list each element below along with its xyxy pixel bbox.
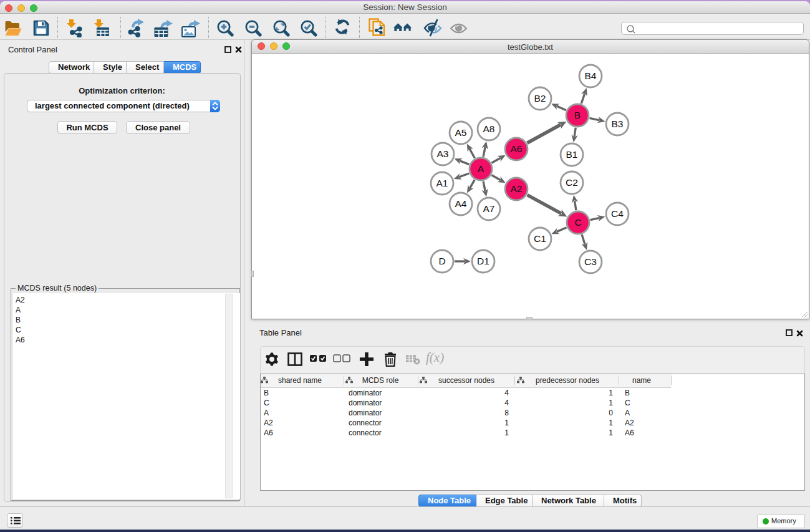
svg-text:B2: B2	[534, 93, 546, 104]
svg-text:A1: A1	[436, 178, 448, 188]
svg-text:A6: A6	[511, 143, 523, 154]
svg-text:D: D	[438, 256, 445, 266]
svg-text:D1: D1	[477, 256, 489, 266]
svg-text:B1: B1	[566, 149, 578, 160]
svg-text:C3: C3	[584, 256, 597, 267]
svg-text:A: A	[478, 163, 485, 174]
svg-text:A3: A3	[437, 148, 449, 159]
svg-text:A5: A5	[455, 127, 467, 138]
svg-text:B3: B3	[612, 118, 624, 129]
svg-text:B4: B4	[585, 70, 597, 81]
svg-text:A7: A7	[483, 203, 495, 214]
svg-text:C: C	[574, 217, 581, 228]
svg-text:A2: A2	[511, 183, 523, 194]
svg-text:B: B	[574, 110, 581, 120]
svg-text:C1: C1	[534, 233, 546, 244]
svg-text:C2: C2	[566, 177, 578, 188]
svg-text:f(x): f(x)	[426, 351, 444, 365]
svg-text:A4: A4	[455, 198, 467, 209]
svg-text:A8: A8	[483, 123, 495, 134]
svg-text:C4: C4	[611, 208, 624, 219]
